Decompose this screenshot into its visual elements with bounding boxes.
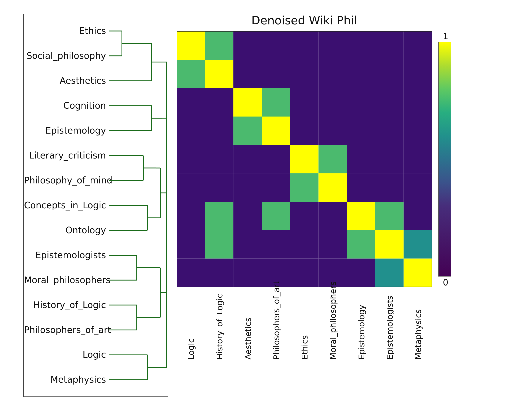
svg-rect-112 <box>404 173 432 202</box>
svg-rect-76 <box>404 60 432 88</box>
svg-rect-135 <box>290 259 318 287</box>
svg-rect-118 <box>319 202 347 230</box>
svg-rect-68 <box>177 60 205 88</box>
svg-rect-85 <box>404 88 432 117</box>
svg-rect-60 <box>205 31 233 60</box>
svg-rect-102 <box>375 145 403 173</box>
heatmap-colorbar-row: Logic History_of_Logic Aesthetics Philos… <box>177 31 453 369</box>
row-label-ontology: Ontology <box>24 226 109 235</box>
svg-rect-81 <box>290 88 318 117</box>
right-area: Denoised Wiki Phil <box>168 14 509 397</box>
svg-rect-114 <box>205 202 233 230</box>
svg-rect-117 <box>290 202 318 230</box>
svg-rect-116 <box>262 202 290 230</box>
svg-rect-89 <box>262 117 290 145</box>
row-label-cognition: Cognition <box>24 101 109 110</box>
row-label-ethics: Ethics <box>24 26 109 35</box>
svg-rect-80 <box>262 88 290 117</box>
col-label-epistemology: Epistemology <box>357 305 366 360</box>
svg-rect-71 <box>262 60 290 88</box>
svg-rect-67 <box>404 31 432 60</box>
row-label-social-philosophy: Social_philosophy <box>24 51 109 60</box>
svg-rect-88 <box>233 117 262 145</box>
row-label-philosophy-of-mind: Philosophy_of_mind <box>24 176 109 185</box>
col-labels-container: Logic History_of_Logic Aesthetics Philos… <box>177 288 432 369</box>
row-label-history-of-logic: History_of_Logic <box>24 301 109 310</box>
svg-rect-123 <box>205 230 233 258</box>
svg-rect-78 <box>205 88 233 117</box>
row-label-moral-philosophers: Moral_philosophers <box>24 276 109 285</box>
svg-rect-75 <box>375 60 403 88</box>
svg-rect-82 <box>319 88 347 117</box>
colorbar-max-label: 1 <box>443 31 448 41</box>
row-label-philosophers-of-art: Philosophers_of_art <box>24 326 109 335</box>
svg-rect-132 <box>205 259 233 287</box>
svg-rect-109 <box>319 173 347 202</box>
svg-rect-84 <box>375 88 403 117</box>
dendrogram-svg <box>109 14 169 396</box>
svg-rect-95 <box>177 145 205 173</box>
svg-rect-139 <box>404 259 432 287</box>
svg-rect-105 <box>205 173 233 202</box>
svg-rect-121 <box>404 202 432 230</box>
svg-rect-119 <box>347 202 375 230</box>
svg-rect-98 <box>262 145 290 173</box>
row-label-logic: Logic <box>24 350 109 359</box>
svg-rect-72 <box>290 60 318 88</box>
svg-rect-137 <box>347 259 375 287</box>
svg-rect-103 <box>404 145 432 173</box>
svg-rect-113 <box>177 202 205 230</box>
svg-rect-120 <box>375 202 403 230</box>
svg-rect-79 <box>233 88 262 117</box>
svg-rect-101 <box>347 145 375 173</box>
svg-rect-74 <box>347 60 375 88</box>
svg-rect-73 <box>319 60 347 88</box>
col-label-aesthetics: Aesthetics <box>243 318 253 360</box>
svg-rect-62 <box>262 31 290 60</box>
svg-rect-127 <box>319 230 347 258</box>
svg-rect-64 <box>319 31 347 60</box>
svg-rect-115 <box>233 202 262 230</box>
svg-rect-138 <box>375 259 403 287</box>
row-label-epistemology: Epistemology <box>24 126 109 135</box>
colorbar-gradient <box>438 42 451 277</box>
row-label-aesthetics: Aesthetics <box>24 76 109 85</box>
svg-rect-106 <box>233 173 262 202</box>
svg-rect-66 <box>375 31 403 60</box>
col-label-ethics: Ethics <box>300 335 309 360</box>
svg-rect-94 <box>404 117 432 145</box>
svg-rect-70 <box>233 60 262 88</box>
heatmap-svg <box>177 31 432 287</box>
row-label-epistemologists: Epistemologists <box>24 251 109 260</box>
svg-rect-133 <box>233 259 262 287</box>
row-label-metaphysics: Metaphysics <box>24 375 109 384</box>
svg-rect-69 <box>205 60 233 88</box>
svg-rect-110 <box>347 173 375 202</box>
svg-rect-107 <box>262 173 290 202</box>
svg-rect-87 <box>205 117 233 145</box>
svg-rect-92 <box>347 117 375 145</box>
row-label-literary-criticism: Literary_criticism <box>24 151 109 160</box>
svg-rect-126 <box>290 230 318 258</box>
col-label-epistemologists: Epistemologists <box>385 296 395 360</box>
svg-rect-91 <box>319 117 347 145</box>
svg-rect-128 <box>347 230 375 258</box>
svg-rect-131 <box>177 259 205 287</box>
col-label-history-of-logic: History_of_Logic <box>215 294 224 360</box>
svg-rect-104 <box>177 173 205 202</box>
svg-rect-93 <box>375 117 403 145</box>
svg-rect-61 <box>233 31 262 60</box>
svg-rect-90 <box>290 117 318 145</box>
dendrogram-area: Ethics Social_philosophy Aesthetics Cogn… <box>23 14 168 397</box>
col-label-metaphysics: Metaphysics <box>413 309 423 360</box>
svg-rect-125 <box>262 230 290 258</box>
svg-rect-59 <box>177 31 205 60</box>
row-labels: Ethics Social_philosophy Aesthetics Cogn… <box>24 14 109 396</box>
colorbar-min-label: 0 <box>443 277 448 287</box>
svg-rect-129 <box>375 230 403 258</box>
row-label-concepts-in-logic: Concepts_in_Logic <box>24 201 109 210</box>
col-label-logic: Logic <box>186 338 196 360</box>
col-label-moral-philosophers: Moral_philosophers <box>328 281 338 360</box>
svg-rect-65 <box>347 31 375 60</box>
svg-rect-99 <box>290 145 318 173</box>
